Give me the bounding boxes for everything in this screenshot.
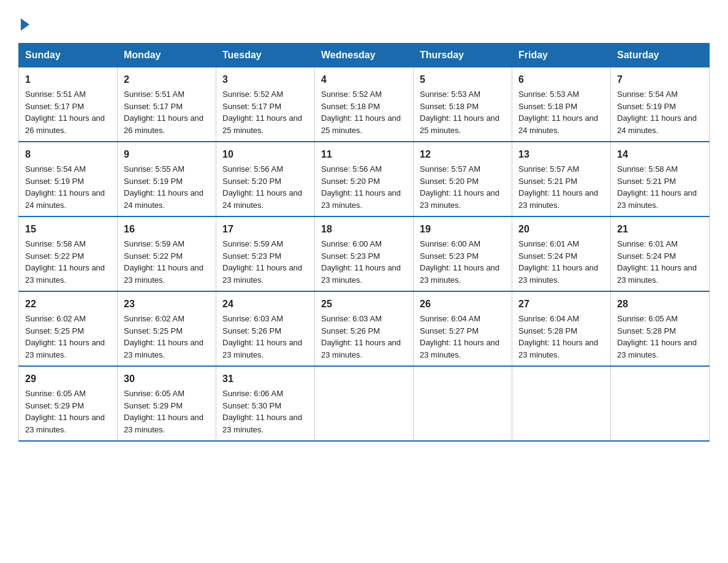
sunrise-text: Sunrise: 5:56 AM [222, 164, 283, 174]
day-number: 30 [124, 372, 210, 386]
calendar-cell: 5 Sunrise: 5:53 AM Sunset: 5:18 PM Dayli… [414, 67, 512, 142]
daylight-text: Daylight: 11 hours and 23 minutes. [518, 188, 598, 210]
calendar-cell: 3 Sunrise: 5:52 AM Sunset: 5:17 PM Dayli… [216, 67, 315, 142]
calendar-cell: 10 Sunrise: 5:56 AM Sunset: 5:20 PM Dayl… [216, 142, 315, 216]
sunset-text: Sunset: 5:29 PM [25, 401, 84, 410]
sunset-text: Sunset: 5:19 PM [25, 177, 84, 186]
sunset-text: Sunset: 5:25 PM [124, 326, 183, 335]
logo [18, 18, 29, 31]
daylight-text: Daylight: 11 hours and 23 minutes. [617, 188, 697, 210]
day-number: 27 [518, 297, 604, 312]
daylight-text: Daylight: 11 hours and 25 minutes. [420, 113, 499, 135]
daylight-text: Daylight: 11 hours and 23 minutes. [25, 263, 105, 285]
calendar-cell [315, 366, 414, 441]
calendar-cell: 20 Sunrise: 6:01 AM Sunset: 5:24 PM Dayl… [512, 216, 611, 291]
calendar-cell: 6 Sunrise: 5:53 AM Sunset: 5:18 PM Dayli… [512, 67, 611, 142]
sunset-text: Sunset: 5:26 PM [222, 326, 281, 335]
sunset-text: Sunset: 5:29 PM [124, 401, 183, 410]
sunset-text: Sunset: 5:24 PM [518, 251, 577, 261]
day-number: 18 [321, 222, 407, 237]
weekday-header-wednesday: Wednesday [315, 44, 414, 67]
sunrise-text: Sunrise: 5:53 AM [420, 90, 480, 99]
daylight-text: Daylight: 11 hours and 24 minutes. [518, 113, 598, 135]
day-number: 15 [25, 222, 111, 237]
sunset-text: Sunset: 5:28 PM [617, 326, 676, 335]
calendar-cell: 23 Sunrise: 6:02 AM Sunset: 5:25 PM Dayl… [118, 291, 216, 366]
calendar-cell: 29 Sunrise: 6:05 AM Sunset: 5:29 PM Dayl… [19, 366, 118, 441]
sunrise-text: Sunrise: 5:57 AM [420, 164, 480, 174]
sunrise-text: Sunrise: 5:52 AM [222, 90, 283, 99]
calendar-cell: 31 Sunrise: 6:06 AM Sunset: 5:30 PM Dayl… [216, 366, 315, 441]
daylight-text: Daylight: 11 hours and 24 minutes. [124, 188, 203, 210]
day-number: 1 [25, 72, 111, 87]
sunset-text: Sunset: 5:20 PM [321, 177, 380, 186]
calendar-table: SundayMondayTuesdayWednesdayThursdayFrid… [18, 43, 710, 442]
calendar-week-row: 8 Sunrise: 5:54 AM Sunset: 5:19 PM Dayli… [19, 142, 710, 216]
sunrise-text: Sunrise: 5:56 AM [321, 164, 382, 174]
sunrise-text: Sunrise: 5:51 AM [124, 90, 184, 99]
calendar-cell: 24 Sunrise: 6:03 AM Sunset: 5:26 PM Dayl… [216, 291, 315, 366]
calendar-cell: 21 Sunrise: 6:01 AM Sunset: 5:24 PM Dayl… [611, 216, 710, 291]
daylight-text: Daylight: 11 hours and 23 minutes. [222, 338, 302, 359]
sunrise-text: Sunrise: 5:59 AM [222, 239, 283, 248]
sunrise-text: Sunrise: 6:02 AM [124, 314, 184, 323]
sunrise-text: Sunrise: 6:01 AM [518, 239, 579, 248]
day-number: 23 [124, 297, 210, 312]
daylight-text: Daylight: 11 hours and 24 minutes. [617, 113, 697, 135]
sunset-text: Sunset: 5:22 PM [25, 251, 84, 261]
daylight-text: Daylight: 11 hours and 23 minutes. [25, 413, 105, 434]
sunrise-text: Sunrise: 6:05 AM [25, 389, 86, 398]
daylight-text: Daylight: 11 hours and 23 minutes. [321, 338, 401, 359]
calendar-cell: 19 Sunrise: 6:00 AM Sunset: 5:23 PM Dayl… [414, 216, 512, 291]
calendar-cell: 28 Sunrise: 6:05 AM Sunset: 5:28 PM Dayl… [611, 291, 710, 366]
daylight-text: Daylight: 11 hours and 23 minutes. [222, 413, 302, 434]
sunset-text: Sunset: 5:26 PM [321, 326, 380, 335]
sunset-text: Sunset: 5:21 PM [518, 177, 577, 186]
sunset-text: Sunset: 5:22 PM [124, 251, 183, 261]
sunrise-text: Sunrise: 6:03 AM [321, 314, 382, 323]
daylight-text: Daylight: 11 hours and 26 minutes. [25, 113, 105, 135]
calendar-week-row: 1 Sunrise: 5:51 AM Sunset: 5:17 PM Dayli… [19, 67, 710, 142]
weekday-header-tuesday: Tuesday [216, 44, 315, 67]
sunset-text: Sunset: 5:20 PM [222, 177, 281, 186]
sunrise-text: Sunrise: 6:02 AM [25, 314, 86, 323]
day-number: 26 [420, 297, 506, 312]
sunset-text: Sunset: 5:17 PM [25, 102, 84, 111]
weekday-header-sunday: Sunday [19, 44, 118, 67]
sunset-text: Sunset: 5:18 PM [321, 102, 380, 111]
daylight-text: Daylight: 11 hours and 23 minutes. [321, 263, 401, 285]
sunrise-text: Sunrise: 5:52 AM [321, 90, 382, 99]
sunrise-text: Sunrise: 6:06 AM [222, 389, 283, 398]
daylight-text: Daylight: 11 hours and 23 minutes. [124, 338, 203, 359]
daylight-text: Daylight: 11 hours and 23 minutes. [321, 188, 401, 210]
daylight-text: Daylight: 11 hours and 23 minutes. [518, 263, 598, 285]
daylight-text: Daylight: 11 hours and 24 minutes. [25, 188, 105, 210]
sunrise-text: Sunrise: 5:57 AM [518, 164, 579, 174]
calendar-cell: 12 Sunrise: 5:57 AM Sunset: 5:20 PM Dayl… [414, 142, 512, 216]
logo-blue [18, 18, 29, 31]
calendar-cell: 27 Sunrise: 6:04 AM Sunset: 5:28 PM Dayl… [512, 291, 611, 366]
sunset-text: Sunset: 5:17 PM [124, 102, 183, 111]
sunrise-text: Sunrise: 6:05 AM [617, 314, 678, 323]
day-number: 6 [518, 72, 604, 87]
sunset-text: Sunset: 5:18 PM [420, 102, 479, 111]
sunrise-text: Sunrise: 5:53 AM [518, 90, 579, 99]
daylight-text: Daylight: 11 hours and 23 minutes. [617, 263, 697, 285]
sunset-text: Sunset: 5:30 PM [222, 401, 281, 410]
calendar-cell: 14 Sunrise: 5:58 AM Sunset: 5:21 PM Dayl… [611, 142, 710, 216]
daylight-text: Daylight: 11 hours and 23 minutes. [518, 338, 598, 359]
calendar-cell [414, 366, 512, 441]
calendar-week-row: 22 Sunrise: 6:02 AM Sunset: 5:25 PM Dayl… [19, 291, 710, 366]
sunset-text: Sunset: 5:24 PM [617, 251, 676, 261]
daylight-text: Daylight: 11 hours and 23 minutes. [222, 263, 302, 285]
calendar-cell: 26 Sunrise: 6:04 AM Sunset: 5:27 PM Dayl… [414, 291, 512, 366]
calendar-cell [611, 366, 710, 441]
daylight-text: Daylight: 11 hours and 23 minutes. [420, 338, 499, 359]
calendar-cell: 30 Sunrise: 6:05 AM Sunset: 5:29 PM Dayl… [118, 366, 216, 441]
daylight-text: Daylight: 11 hours and 23 minutes. [124, 413, 203, 434]
day-number: 4 [321, 72, 407, 87]
day-number: 14 [617, 147, 703, 162]
sunrise-text: Sunrise: 5:55 AM [124, 164, 184, 174]
day-number: 11 [321, 147, 407, 162]
sunrise-text: Sunrise: 5:54 AM [25, 164, 86, 174]
